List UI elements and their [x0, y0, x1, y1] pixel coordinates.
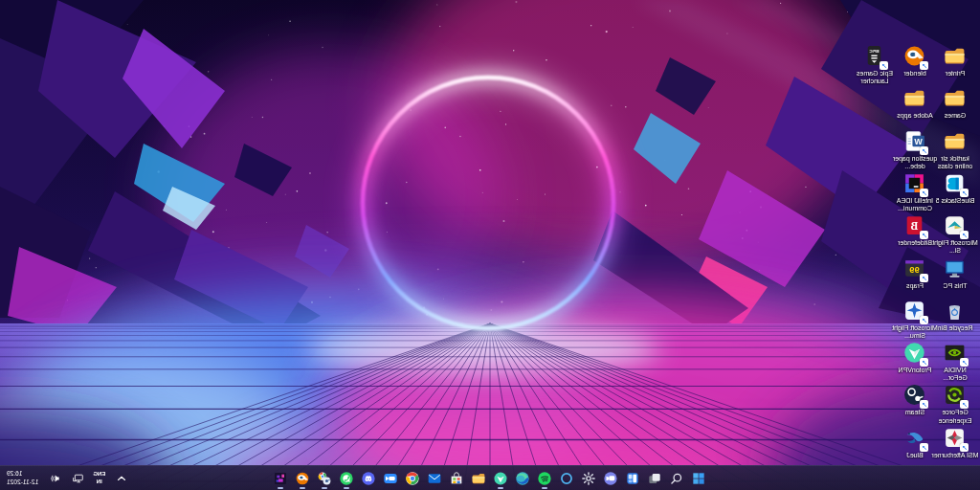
- clock-time: 16:29: [7, 470, 23, 479]
- desktop-icon-label: BlueJ: [891, 452, 939, 459]
- mail-icon: [427, 471, 442, 486]
- thispc-icon: [944, 256, 968, 280]
- desktop-icon-label: Steam: [891, 409, 939, 416]
- desktop-icon-blender[interactable]: ↗blender: [892, 44, 938, 78]
- screen: PrinterGameskartick sir online class↗Blu…: [0, 0, 980, 490]
- folder-icon: [944, 129, 968, 153]
- desktop-icon-kartick-sir-online-class[interactable]: kartick sir online class: [932, 129, 978, 171]
- shortcut-arrow-icon: ↗: [921, 316, 929, 324]
- desktop-icon-bluestacks-5[interactable]: ↗BlueStacks 5: [932, 171, 978, 205]
- bluej-icon: ↗: [903, 426, 927, 450]
- desktop-icon-microsoft-flight-si[interactable]: ↗Microsoft Flight Si...: [932, 213, 978, 256]
- word-icon: W↗: [903, 129, 927, 153]
- desktop-icon-adobe-apps[interactable]: Adobe apps: [892, 86, 938, 120]
- desktop-icon-label: ProtonVPN: [891, 367, 939, 374]
- desktop-icon-bitdefender[interactable]: B↗Bitdefender: [892, 213, 938, 247]
- svg-text:99: 99: [910, 265, 920, 275]
- desktop-icon-games[interactable]: Games: [932, 86, 978, 120]
- desktop-icon-recycle-bin[interactable]: Recycle Bin: [932, 299, 978, 332]
- fraps-icon: 99↗: [903, 256, 927, 280]
- shortcut-arrow-icon: ↗: [961, 400, 969, 409]
- taskbar-item-blender[interactable]: [295, 466, 310, 490]
- chrome-icon: [405, 471, 420, 486]
- folder-icon: [944, 44, 968, 68]
- microsoft-store-icon: [449, 471, 464, 486]
- desktop-icon-this-pc[interactable]: This PC: [932, 256, 978, 290]
- taskbar-item-protonvpn[interactable]: [493, 466, 508, 490]
- task-view-icon: [647, 471, 662, 486]
- bitdefender-icon: B↗: [903, 213, 927, 237]
- taskbar-item-search[interactable]: [669, 466, 684, 490]
- pixel-game-icon: [273, 471, 288, 486]
- desktop-icon-intellij-idea-communi[interactable]: ↗IntelliJ IDEA Communi...: [892, 171, 938, 213]
- network-icon[interactable]: [70, 471, 84, 485]
- settings-icon: [581, 471, 596, 486]
- taskbar-item-edge[interactable]: [515, 466, 530, 490]
- volume-icon[interactable]: [47, 471, 61, 485]
- steam-icon: [317, 471, 332, 486]
- desktop-icon-protonvpn[interactable]: ↗ProtonVPN: [892, 341, 938, 374]
- desktop-icon-label: Epic Games Launcher: [851, 70, 899, 86]
- svg-text:EPIC: EPIC: [869, 49, 880, 54]
- taskbar-item-whatsapp[interactable]: [339, 466, 354, 490]
- desktop-icon-label: Bitdefender: [891, 239, 939, 247]
- desktop-icon-microsoft-flight-simu[interactable]: ↗Microsoft Flight Simu...: [892, 299, 938, 341]
- taskbar-item-start[interactable]: [691, 466, 706, 490]
- taskbar-item-task-view[interactable]: [647, 466, 662, 490]
- desktop-icon-label: Microsoft Flight Simu...: [891, 324, 939, 341]
- shortcut-arrow-icon: ↗: [880, 61, 889, 70]
- zoom-icon: [383, 471, 398, 486]
- taskbar-item-chrome[interactable]: [405, 466, 420, 490]
- desktop-icon-printer[interactable]: Printer: [932, 44, 978, 78]
- spotify-icon: [537, 471, 552, 486]
- svg-text:W: W: [914, 136, 923, 145]
- language-indicator[interactable]: ENG IN: [93, 471, 105, 485]
- desktop-icon-label: Adobe apps: [891, 112, 939, 120]
- taskbar-item-file-explorer[interactable]: [471, 466, 486, 490]
- taskbar-item-pixel-game[interactable]: [273, 466, 288, 490]
- taskbar-item-discord[interactable]: [361, 466, 376, 490]
- taskbar-item-steam[interactable]: [317, 466, 332, 490]
- recyclebin-icon: [944, 299, 968, 323]
- taskbar-clock[interactable]: 16:29 12-11-2021: [3, 470, 38, 487]
- taskbar-item-zoom[interactable]: [383, 466, 398, 490]
- desktop-icon-epic-games-launcher[interactable]: EPIC↗Epic Games Launcher: [852, 44, 898, 86]
- desktop-icon-question-paper-debe[interactable]: W↗question paper debe...: [892, 129, 938, 171]
- desktop-icon-bluej[interactable]: ↗BlueJ: [892, 426, 938, 459]
- taskbar-item-cortana[interactable]: [559, 466, 574, 490]
- taskbar-item-chat[interactable]: [603, 466, 618, 490]
- blender-icon: ↗: [903, 44, 927, 68]
- folder-icon: [903, 86, 927, 110]
- shortcut-arrow-icon: ↗: [921, 358, 929, 367]
- taskbar-item-mail[interactable]: [427, 466, 442, 490]
- taskbar-item-spotify[interactable]: [537, 466, 552, 490]
- desktop-icon-geforce-experience[interactable]: ↗GeForce Experience: [932, 383, 978, 425]
- taskbar-item-settings[interactable]: [581, 466, 596, 490]
- system-tray: ENG IN 16:29 12-11-2021: [3, 466, 128, 490]
- msi-icon: ↗: [944, 426, 968, 450]
- protonvpn-icon: ↗: [903, 341, 927, 365]
- flightsim-icon: ↗: [944, 213, 968, 237]
- desktop-icon-nvidia-gefor[interactable]: ↗NVIDIA GeFor...: [932, 341, 978, 383]
- shortcut-arrow-icon: ↗: [921, 231, 929, 239]
- geforce-icon: ↗: [944, 383, 968, 407]
- file-explorer-icon: [471, 471, 486, 486]
- shortcut-arrow-icon: ↗: [961, 189, 969, 197]
- taskbar-item-microsoft-store[interactable]: [449, 466, 464, 490]
- desktop-icon-label: Fraps: [891, 282, 939, 290]
- shortcut-arrow-icon: ↗: [921, 400, 929, 409]
- desktop-icon-steam[interactable]: ↗Steam: [892, 383, 938, 416]
- start-icon: [691, 471, 706, 486]
- hidden-icons-chevron-icon[interactable]: [114, 471, 128, 485]
- shortcut-arrow-icon: ↗: [921, 61, 929, 70]
- desktop-icon-msi-afterburner[interactable]: ↗MSI Afterburner: [932, 426, 978, 459]
- taskbar-item-widgets[interactable]: [625, 466, 640, 490]
- plane-icon: ↗: [903, 299, 927, 323]
- shortcut-arrow-icon: ↗: [921, 189, 929, 197]
- desktop-icon-fraps[interactable]: 99↗Fraps: [892, 256, 938, 290]
- shortcut-arrow-icon: ↗: [961, 443, 969, 452]
- cortana-icon: [559, 471, 574, 486]
- nvidia-icon: ↗: [944, 341, 968, 365]
- folder-icon: [944, 86, 968, 110]
- taskbar-pinned-apps: [273, 466, 706, 490]
